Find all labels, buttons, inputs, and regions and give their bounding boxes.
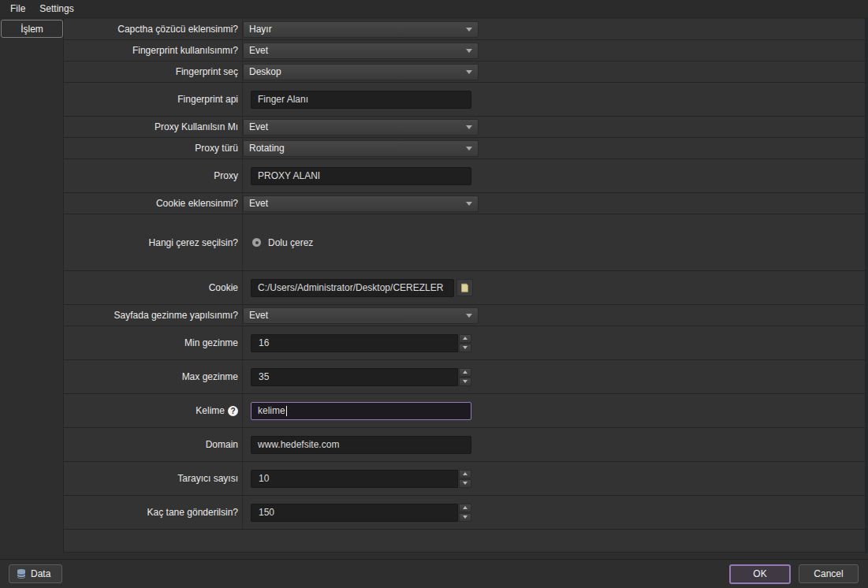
form-row-field-cell: Evet (243, 193, 868, 214)
chevron-down-icon (463, 346, 468, 349)
menu-settings[interactable]: Settings (32, 1, 80, 17)
spin-down-button[interactable] (459, 513, 471, 522)
spin-up-button[interactable] (459, 470, 471, 478)
form-row: Fingerprint apiFinger Alanı (64, 83, 868, 117)
form-row: Fingerprint seçDeskop (64, 61, 868, 83)
spin-buttons (459, 470, 471, 488)
form-row-label-cell: Fingerprint seç (64, 61, 243, 82)
cookie-type-radio-option-label: Dolu çerez (268, 237, 313, 248)
tab-label: İşlem (20, 24, 43, 35)
cookie-path-input-label: Cookie (209, 282, 238, 293)
form-row-field-cell: Evet (243, 40, 868, 61)
spin-buttons (459, 504, 471, 522)
browser-count-spinner[interactable]: 10 (251, 470, 471, 488)
form-row-label-cell: Tarayıcı sayısı (64, 462, 243, 495)
fingerprint-api-input[interactable]: Finger Alanı (251, 91, 471, 109)
send-count-spinner-value: 150 (251, 504, 458, 522)
form-row: CookieC:/Users/Administrator/Desktop/CER… (64, 271, 868, 305)
chevron-up-icon (463, 370, 468, 374)
chevron-down-icon (466, 147, 472, 151)
form-row: Fingerprint kullanılsınmı?Evet (64, 40, 868, 61)
data-button-label: Data (31, 568, 50, 579)
form-row-field-cell: 16 (243, 326, 868, 359)
browser-count-spinner-label: Tarayıcı sayısı (177, 473, 238, 484)
spin-down-button[interactable] (459, 378, 471, 386)
fingerprint-enabled-select-value: Evet (249, 45, 268, 56)
chevron-up-icon (463, 506, 468, 509)
fingerprint-type-select-label: Fingerprint seç (176, 66, 238, 77)
form-row: Min gezinme16 (64, 326, 868, 360)
captcha-solver-select[interactable]: Hayır (243, 21, 479, 38)
form-row-field-cell: Finger Alanı (243, 83, 868, 116)
fingerprint-enabled-select[interactable]: Evet (243, 43, 479, 59)
proxy-enabled-select-label: Proxy Kullanılsın Mı (155, 121, 238, 132)
help-icon: ? (228, 406, 238, 416)
form-row-field-cell: Dolu çerez (243, 214, 868, 270)
send-count-spinner[interactable]: 150 (251, 504, 471, 522)
cookie-path-input-value: C:/Users/Administrator/Desktop/CEREZLER (258, 282, 443, 293)
cookie-type-radio-label: Hangi çerez seçilsin? (149, 237, 238, 248)
form-row-field-cell: Evet (243, 117, 868, 137)
min-navigation-spinner[interactable]: 16 (251, 334, 471, 352)
form-row: Kelime?kelime (64, 394, 868, 428)
form-row-field-cell: Rotating (243, 138, 868, 158)
form-row-label-cell: Proxy türü (64, 138, 243, 158)
form-row-field-cell: C:/Users/Administrator/Desktop/CEREZLER (243, 271, 868, 304)
radio-dot (255, 241, 259, 244)
form-row-field-cell: Hayır (243, 19, 868, 39)
keyword-input[interactable]: kelime (251, 402, 471, 420)
chevron-down-icon (466, 125, 472, 129)
form-row: Hangi çerez seçilsin?Dolu çerez (64, 214, 868, 271)
page-navigation-select-value: Evet (249, 310, 268, 321)
app-window: File Settings İşlem Capctha çözücü eklen… (0, 0, 868, 588)
form-row: Capctha çözücü eklensinmi?Hayır (64, 19, 868, 40)
keyword-input-value: kelime (258, 405, 285, 416)
form-row-label-cell: Cookie eklensinmi? (64, 193, 243, 214)
form-row-label-cell: Kaç tane gönderilsin? (64, 496, 243, 529)
spin-down-button[interactable] (459, 479, 471, 488)
cookie-enabled-select-value: Evet (249, 198, 268, 209)
footer-bar: Data OK Cancel (0, 559, 868, 588)
fingerprint-type-select-value: Deskop (249, 66, 281, 77)
window-right-edge (865, 18, 868, 553)
chevron-up-icon (463, 337, 468, 340)
spin-down-button[interactable] (459, 344, 471, 352)
spin-up-button[interactable] (459, 368, 471, 377)
tab-islem[interactable]: İşlem (1, 20, 63, 38)
form-row: ProxyPROXY ALANI (64, 159, 868, 193)
keyword-input-label: Kelime (196, 405, 225, 416)
proxy-enabled-select-value: Evet (249, 121, 268, 132)
cookie-enabled-select[interactable]: Evet (243, 195, 479, 212)
max-navigation-spinner-value: 35 (251, 368, 458, 386)
max-navigation-spinner[interactable]: 35 (251, 368, 471, 386)
cancel-button[interactable]: Cancel (799, 564, 859, 583)
database-icon (16, 568, 27, 579)
chevron-down-icon (463, 482, 468, 485)
browse-folder-button[interactable] (456, 279, 473, 296)
form-row: Max gezinme35 (64, 360, 868, 394)
spin-up-button[interactable] (459, 504, 471, 512)
proxy-enabled-select[interactable]: Evet (243, 119, 479, 136)
proxy-type-select[interactable]: Rotating (243, 140, 479, 157)
cookie-type-radio[interactable] (252, 238, 261, 247)
ok-button[interactable]: OK (729, 564, 791, 584)
chevron-up-icon (463, 472, 468, 475)
data-button[interactable]: Data (9, 564, 62, 583)
cookie-type-radio-option[interactable]: Dolu çerez (252, 237, 313, 248)
folder-icon (460, 283, 470, 293)
proxy-input[interactable]: PROXY ALANI (251, 167, 471, 185)
browser-count-spinner-value: 10 (251, 470, 458, 488)
cookie-path-input[interactable]: C:/Users/Administrator/Desktop/CEREZLER (251, 279, 454, 297)
menu-file[interactable]: File (3, 1, 32, 17)
chevron-down-icon (466, 49, 472, 53)
form-row: Proxy Kullanılsın MıEvet (64, 117, 868, 138)
chevron-down-icon (463, 380, 468, 383)
fingerprint-type-select[interactable]: Deskop (243, 64, 479, 80)
chevron-down-icon (466, 28, 472, 32)
form-row-field-cell: Evet (243, 305, 868, 326)
spin-up-button[interactable] (459, 334, 471, 343)
form-row-label-cell: Proxy (64, 159, 243, 192)
page-navigation-select[interactable]: Evet (243, 307, 479, 324)
domain-input[interactable]: www.hedefsite.com (251, 436, 471, 454)
form-row-field-cell: PROXY ALANI (243, 159, 868, 192)
